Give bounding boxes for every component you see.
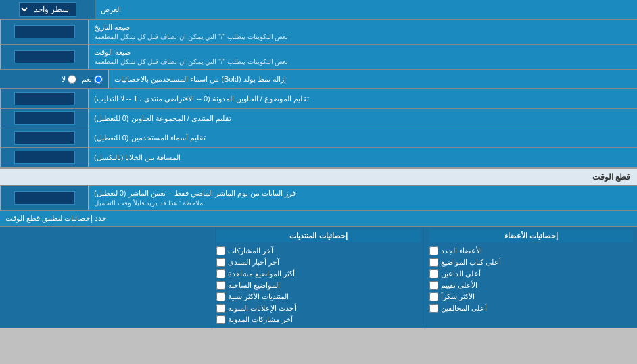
input-username-trim[interactable]: 0: [0, 128, 88, 147]
cb-top-rated: الأعلى تقييم: [429, 280, 633, 291]
row-forum-trim: تقليم المنتدى / المجموعة العناوين (0 للت…: [0, 109, 637, 128]
cb-top-writers: أعلى كتاب المواضيع: [429, 257, 633, 268]
col-forums-header: إحصائيات المنتديات: [216, 230, 420, 242]
cb-top-rated-input[interactable]: [429, 281, 438, 290]
main-container: العرض سطر واحد سطران ثلاثة أسطر صيغة الت…: [0, 0, 637, 328]
cb-top-inviters-input[interactable]: [429, 269, 438, 278]
limit-label: حدد إحصائيات لتطبيق قطع الوقت: [0, 211, 637, 226]
cb-top-violators-input[interactable]: [429, 304, 438, 313]
input-forum-trim[interactable]: 33: [0, 109, 88, 128]
radio-yes[interactable]: [94, 75, 103, 84]
cb-classified-ads: أحدث الإعلانات المبوبة: [216, 303, 420, 314]
row-date-format: صيغة التاريخ بعض التكوينات يتطلب "/" الت…: [0, 20, 637, 45]
section-cutoff-header: قطع الوقت: [0, 167, 637, 186]
input-thread-trim[interactable]: 33: [0, 89, 88, 108]
cb-hot-topics: المواضيع الساخنة: [216, 280, 420, 291]
cb-classified-ads-input[interactable]: [216, 304, 225, 313]
input-gap[interactable]: 2: [0, 148, 88, 167]
gap-input[interactable]: 2: [14, 151, 75, 164]
label-cutoff: فرز البيانات من يوم الماشر الماضي فقط --…: [88, 186, 637, 210]
cb-last-posts: آخر المشاركات: [216, 245, 420, 257]
mode-select[interactable]: سطر واحد سطران ثلاثة أسطر: [19, 2, 76, 17]
time-format-input[interactable]: H:i: [14, 50, 75, 63]
row-thread-trim: تقليم الموضوع / العناوين المدونة (0 -- ا…: [0, 89, 637, 109]
cb-forum-news: آخر أخبار المنتدى: [216, 257, 420, 268]
forum-trim-input[interactable]: 33: [14, 111, 75, 125]
row-bold-remove: إزالة نمط بولد (Bold) من اسماء المستخدمي…: [0, 70, 637, 89]
input-date-format[interactable]: d-m: [0, 20, 88, 44]
input-time-format[interactable]: H:i: [0, 45, 88, 69]
checkbox-col-forums: إحصائيات المنتديات آخر المشاركات آخر أخب…: [212, 227, 424, 328]
row-time-format: صيغة الوقت بعض التكوينات يتطلب "/" التي …: [0, 45, 637, 70]
label-forum-trim: تقليم المنتدى / المجموعة العناوين (0 للت…: [88, 109, 637, 128]
label-username-trim: تقليم أسماء المستخدمين (0 للتعطيل): [88, 128, 637, 147]
label-date-format: صيغة التاريخ بعض التكوينات يتطلب "/" الت…: [88, 20, 637, 44]
cb-similar-forums: المنتديات الأكثر شبية: [216, 291, 420, 303]
row-cutoff: فرز البيانات من يوم الماشر الماضي فقط --…: [0, 186, 637, 211]
cb-similar-forums-input[interactable]: [216, 292, 225, 301]
row-username-trim: تقليم أسماء المستخدمين (0 للتعطيل) 0: [0, 128, 637, 148]
cb-top-inviters: أعلى الداعين: [429, 268, 633, 280]
cb-forum-news-input[interactable]: [216, 258, 225, 267]
col-members-header: إحصائيات الأعضاء: [429, 230, 633, 242]
input-mode[interactable]: سطر واحد سطران ثلاثة أسطر: [0, 0, 95, 19]
cutoff-input[interactable]: 0: [14, 191, 75, 205]
cb-most-viewed-input[interactable]: [216, 269, 225, 278]
cb-most-thanks: الأكثر شكراً: [429, 291, 633, 303]
cb-most-thanks-input[interactable]: [429, 292, 438, 301]
label-gap: المسافة بين الخلايا (بالبكسل): [88, 148, 637, 167]
checkbox-col-empty: [0, 227, 212, 328]
label-mode: العرض: [95, 0, 637, 19]
input-cutoff[interactable]: 0: [0, 186, 88, 210]
radio-no-label[interactable]: لا: [62, 75, 76, 84]
username-trim-input[interactable]: 0: [14, 131, 75, 145]
radio-bold-remove[interactable]: نعم لا: [0, 70, 108, 88]
cb-blog-posts: آخر مشاركات المدونة: [216, 314, 420, 326]
row-gap: المسافة بين الخلايا (بالبكسل) 2: [0, 148, 637, 167]
label-time-format: صيغة الوقت بعض التكوينات يتطلب "/" التي …: [88, 45, 637, 69]
cb-new-members-input[interactable]: [429, 246, 438, 255]
limit-row: حدد إحصائيات لتطبيق قطع الوقت: [0, 211, 637, 227]
cb-blog-posts-input[interactable]: [216, 315, 225, 324]
radio-no[interactable]: [68, 75, 76, 84]
cb-most-viewed: أكثر المواضيع مشاهدة: [216, 268, 420, 280]
thread-trim-input[interactable]: 33: [14, 92, 75, 105]
cb-new-members: الأعضاء الجدد: [429, 245, 633, 257]
checkbox-grid: إحصائيات الأعضاء الأعضاء الجدد أعلى كتاب…: [0, 227, 637, 328]
radio-yes-label[interactable]: نعم: [82, 75, 103, 84]
row-mode: العرض سطر واحد سطران ثلاثة أسطر: [0, 0, 637, 20]
cb-hot-topics-input[interactable]: [216, 281, 225, 290]
label-bold-remove: إزالة نمط بولد (Bold) من اسماء المستخدمي…: [108, 70, 637, 88]
date-format-input[interactable]: d-m: [14, 25, 75, 38]
label-thread-trim: تقليم الموضوع / العناوين المدونة (0 -- ا…: [88, 89, 637, 108]
checkbox-col-members: إحصائيات الأعضاء الأعضاء الجدد أعلى كتاب…: [425, 227, 637, 328]
cb-top-violators: أعلى المخالفين: [429, 303, 633, 314]
cb-top-writers-input[interactable]: [429, 258, 438, 267]
cb-last-posts-input[interactable]: [216, 246, 225, 255]
